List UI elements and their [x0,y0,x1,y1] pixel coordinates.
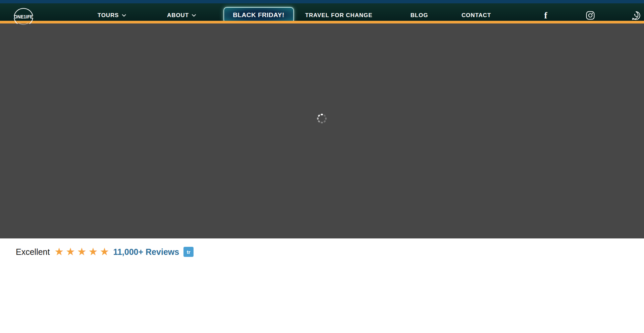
main-navigation: ONE1IFE adventures TOURS ABOUT BLACK FRI… [0,3,644,21]
top-accent-bar [0,0,644,3]
star-icon: ★ [66,247,75,257]
star-icon: ★ [89,247,98,257]
star-icon: ★ [54,247,64,257]
facebook-glyph: f [544,10,547,21]
nav-item-travel-for-change-label: TRAVEL FOR CHANGE [305,12,373,19]
tourradar-badge[interactable]: tr [183,247,194,257]
chevron-down-icon [122,14,126,17]
one-life-logo-icon: ONE1IFE adventures [13,6,34,27]
reviews-count-link[interactable]: 11,000+ Reviews [113,247,179,257]
rating-label: Excellent [16,247,50,257]
orange-accent-bar [0,21,644,23]
instagram-glyph [586,11,595,20]
reviews-bar: Excellent ★ ★ ★ ★ ★ 11,000+ Reviews tr [0,238,644,265]
nav-item-contact-label: CONTACT [462,12,491,19]
star-icon: ★ [77,247,87,257]
svg-text:adventures: adventures [18,22,29,25]
loading-spinner-icon [316,113,327,124]
hero-media-loading [0,23,644,238]
chevron-down-icon [192,14,196,17]
star-rating: ★ ★ ★ ★ ★ [54,247,109,257]
nav-item-blog-label: BLOG [411,12,428,19]
star-icon: ★ [100,247,109,257]
logo-subtext: adventures [18,22,29,25]
nav-item-about-label: ABOUT [167,12,189,19]
logo[interactable]: ONE1IFE adventures [13,6,34,27]
black-friday-label: BLACK FRIDAY! [233,11,284,19]
nav-item-tours-label: TOURS [98,12,119,19]
logo-text: ONE1IFE [14,14,33,19]
whatsapp-glyph [632,11,641,20]
